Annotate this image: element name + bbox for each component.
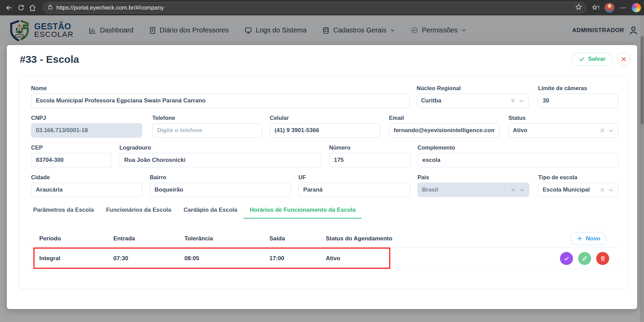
check-icon	[579, 56, 585, 62]
field-label: Tipo de escola	[538, 174, 618, 181]
field-label: Complemento	[418, 144, 618, 151]
status-select[interactable]: Ativo	[508, 123, 618, 138]
tab-cardapio[interactable]: Cardápio da Escola	[177, 207, 243, 219]
confirm-row-button[interactable]	[560, 252, 573, 265]
new-label: Novo	[586, 235, 601, 242]
browser-menu-icon[interactable]	[617, 2, 629, 14]
favorites-icon[interactable]	[590, 2, 602, 14]
field-label: UF	[298, 174, 410, 181]
cell-entrada: 07:30	[105, 255, 176, 262]
edit-row-button[interactable]	[578, 252, 591, 265]
uf-input[interactable]	[298, 183, 410, 197]
clear-icon[interactable]	[600, 187, 605, 193]
numero-input[interactable]	[329, 153, 410, 167]
field-label: País	[418, 174, 530, 181]
copilot-icon[interactable]	[632, 3, 641, 12]
select-value: Curitba	[421, 97, 507, 104]
cell-status: Ativo	[318, 255, 423, 262]
delete-row-button[interactable]	[596, 252, 609, 265]
field-label: Cidade	[31, 174, 142, 181]
nome-input[interactable]	[31, 94, 410, 108]
bookmark-star-icon[interactable]	[575, 3, 582, 12]
field-label: Telefone	[152, 115, 262, 121]
chevron-down-icon[interactable]	[608, 128, 614, 134]
field-label: CEP	[31, 144, 112, 151]
clear-icon[interactable]	[510, 98, 516, 103]
pencil-icon	[582, 255, 588, 261]
back-icon[interactable]	[3, 2, 15, 14]
cell-saida: 17:00	[261, 255, 318, 262]
field-label: Status	[508, 115, 618, 121]
clear-icon[interactable]	[600, 128, 605, 133]
close-button[interactable]	[617, 52, 630, 66]
select-value: Brasil	[422, 186, 508, 193]
chevron-down-icon[interactable]	[608, 187, 614, 193]
school-form-card: Nome Núcleo Regional Curitba Limite de c…	[19, 76, 628, 289]
select-value: Ativo	[513, 127, 597, 134]
clear-icon	[510, 187, 516, 193]
field-label: Limite de câmeras	[538, 85, 618, 92]
trash-icon	[600, 255, 606, 262]
email-input[interactable]	[389, 123, 500, 138]
cell-periodo: Integral	[31, 255, 105, 262]
tab-horarios[interactable]: Horários de Funcionamento da Escola	[243, 207, 362, 219]
browser-profile-avatar[interactable]	[604, 3, 615, 13]
school-tabs: Parâmetros da Escola Funcionários da Esc…	[31, 207, 618, 219]
col-header: Status do Agendamento	[318, 235, 423, 242]
close-icon	[620, 56, 627, 62]
chevron-down-icon[interactable]	[519, 98, 524, 104]
field-label: Nome	[31, 85, 410, 92]
tab-parametros[interactable]: Parâmetros da Escola	[31, 207, 100, 219]
plus-icon	[576, 235, 583, 242]
pais-select: Brasil	[418, 183, 530, 197]
schedule-table-header: Período Entrada Tolerância Saída Status …	[31, 230, 618, 248]
limite-cameras-input[interactable]	[538, 94, 618, 108]
save-button[interactable]: Salvar	[572, 53, 613, 66]
nucleo-regional-select[interactable]: Curitba	[417, 94, 529, 108]
field-label: Email	[389, 115, 500, 121]
col-header: Entrada	[105, 235, 176, 242]
logradouro-input[interactable]	[120, 153, 321, 167]
save-label: Salvar	[588, 56, 605, 62]
telefone-input[interactable]	[152, 123, 262, 138]
field-label: CNPJ	[31, 115, 142, 121]
chevron-down-icon	[519, 187, 525, 193]
tab-funcionarios[interactable]: Funcionários da Escola	[100, 207, 178, 219]
page-title: #33 - Escola	[20, 54, 79, 65]
select-value: Escola Municipal	[543, 186, 597, 193]
col-header: Saída	[261, 235, 318, 242]
url-text[interactable]: https://portal.eyecheck.com.br/#/company	[56, 4, 164, 11]
field-label: Núcleo Regional	[417, 85, 529, 92]
browser-toolbar: https://portal.eyecheck.com.br/#/company	[0, 0, 644, 15]
lock-icon	[47, 4, 53, 11]
tipo-escola-select[interactable]: Escola Municipal	[538, 183, 618, 197]
cell-tolerancia: 08:05	[176, 255, 261, 262]
home-icon[interactable]	[27, 2, 38, 14]
cidade-input[interactable]	[31, 183, 142, 197]
col-header: Tolerância	[176, 235, 261, 242]
check-icon	[563, 255, 570, 262]
page-root: GESTÃO ESCOLAR Dashboard Diário dos Prof…	[0, 15, 644, 322]
cnpj-input	[31, 123, 142, 138]
address-bar[interactable]: https://portal.eyecheck.com.br/#/company	[43, 2, 587, 13]
field-label: Logradouro	[120, 144, 321, 151]
schedule-table-row[interactable]: Integral 07:30 08:05 17:00 Ativo	[31, 248, 618, 269]
bairro-input[interactable]	[150, 183, 291, 197]
new-schedule-button[interactable]: Novo	[570, 232, 607, 245]
complemento-input[interactable]	[418, 153, 618, 167]
refresh-icon[interactable]	[15, 2, 27, 14]
cep-input[interactable]	[31, 153, 112, 167]
field-label: Bairro	[150, 174, 291, 181]
field-label: Celular	[270, 115, 380, 121]
field-label: Número	[329, 144, 410, 151]
school-edit-modal: #33 - Escola Salvar Nome Núcleo Regional	[7, 45, 637, 309]
col-header: Período	[31, 235, 105, 242]
celular-input[interactable]	[270, 123, 380, 138]
